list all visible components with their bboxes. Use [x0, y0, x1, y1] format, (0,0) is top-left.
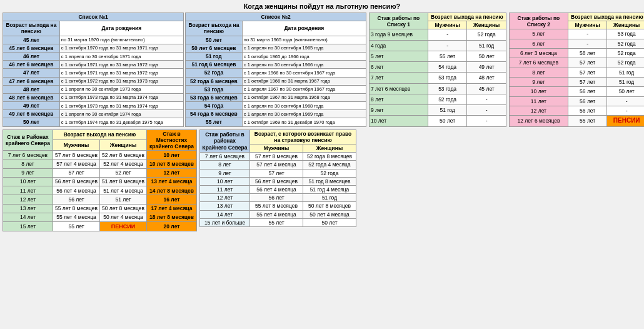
list2-row-vozrast: 53 года 6 месяцев	[186, 93, 243, 101]
list1-row-vozrast: 49 лет	[3, 102, 60, 110]
mid1-stazh-header: Стаж работы по Списку 1	[370, 13, 428, 29]
bot-right-row-women: 51 год	[303, 194, 356, 202]
mid2-row-men: 58 лет	[568, 49, 607, 58]
bot-left-row-women: 51 лет	[100, 195, 147, 204]
bot-right-row-women: 51 год 4 месяца	[303, 185, 356, 193]
bot-left-men-header: Мужчины	[53, 140, 100, 151]
mid2-row-women: 50 лет	[607, 87, 644, 96]
mid2-row-stazh: 6 лет	[510, 39, 568, 48]
bot-left-row-women: 51 лет 4 месяца	[100, 186, 147, 195]
bot-left-row-men: 56 лет 4 месяца	[53, 186, 100, 195]
bot-left-row-orange: 16 лет	[147, 195, 197, 204]
list2-row-data: с 1 октября 1969 по 31 декабря 1970 года	[242, 118, 366, 126]
list1-row-vozrast: 48 лет	[3, 85, 60, 93]
list2-vozrast-header: Возраст выхода на пенсию	[186, 21, 243, 36]
bot-right-row-stazh: 11 лет	[200, 185, 250, 193]
bot-left-row-orange: 13 лет 4 месяца	[147, 177, 197, 186]
list2-row-vozrast: 50 лет 6 месяцев	[186, 44, 243, 52]
list1-row-data: с 1 октября 1973 года по 31 марта 1974 г…	[59, 102, 183, 110]
bot-left-row-stazh: 7 лет 6 месяцев	[3, 151, 53, 159]
mid1-women-header: Женщины	[467, 21, 506, 29]
mid2-stazh-header: Стаж работы по Списку 2	[510, 13, 568, 29]
logo-cell: ПЕНСИИ	[607, 116, 644, 126]
bot-left-row-orange: 14 лет 8 месяцев	[147, 186, 197, 195]
list1-header: Список №1	[3, 13, 184, 21]
bot-right-stazh-header: Стаж работы в районах Крайнего Севера	[200, 129, 250, 153]
bot-left-row-men: 56 лет 8 месяцев	[53, 177, 100, 186]
list1-row-data: с 1 апреля по 30 сентября 1971 года	[59, 52, 183, 60]
mid1-row-women: 50 лет	[467, 51, 506, 61]
mid1-row-men: 55 лет	[428, 51, 467, 61]
mid2-row-women: 52 года	[607, 58, 644, 68]
list2-row-vozrast: 53 года	[186, 85, 243, 93]
bot-left-row-women: 50 лет 8 месяцев	[100, 204, 147, 213]
mid1-row-men: 51 год	[428, 105, 467, 116]
bot-left-row-men: 55 лет	[53, 222, 100, 231]
list2-row-data: с 1 октября 1965 до 1966 года	[242, 52, 366, 60]
mid2-vozrast-header: Возраст выхода на пенсию	[568, 13, 644, 21]
mid-table2: Стаж работы по Списку 2 Возраст выхода н…	[509, 13, 644, 127]
bot-right-row-women: 50 лет	[303, 218, 356, 226]
bot-right-row-men: 55 лет 8 месяцев	[250, 202, 303, 210]
bot-right-row-stazh: 9 лет	[200, 169, 250, 177]
mid1-row-men: -	[428, 29, 467, 40]
mid2-row-men: 55 лет	[568, 116, 607, 126]
bot-left-row-orange: 10 лет	[147, 151, 197, 159]
list2-row-data: с 1 апреля по 30 сентября 1966 года	[242, 61, 366, 69]
bot-left-row-men: 55 лет 4 месяца	[53, 213, 100, 221]
bot-left-row-stazh: 10 лет	[3, 177, 53, 186]
mid1-row-men: -	[428, 40, 467, 51]
bot-right-row-women: 50 лет 4 месяца	[303, 210, 356, 218]
bot-left-row-stazh: 13 лет	[3, 204, 53, 213]
mid1-vozrast-header: Возраст выхода на пенсию	[428, 13, 506, 21]
mid1-row-men: 54 года	[428, 62, 467, 73]
list2-row-vozrast: 51 год 6 месяцев	[186, 61, 243, 69]
list1-table: Список №1 Возраст выхода на пенсию Дата …	[3, 13, 184, 127]
list1-row-vozrast: 47 лет 6 месяцев	[3, 77, 60, 85]
list1-data-header: Дата рождения	[59, 21, 183, 36]
bot-left-row-orange: 18 лет 8 месяцев	[147, 213, 197, 221]
list1-row-data: с 1 октября 1970 года по 31 марта 1971 г…	[59, 44, 183, 52]
mid1-row-men: 52 года	[428, 94, 467, 104]
page-title: Когда женщины пойдут на льготную пенсию?	[3, 3, 641, 10]
mid2-row-stazh: 12 лет	[510, 106, 568, 115]
bot-left-row-stazh: 15 лет	[3, 222, 53, 231]
bot-right-row-stazh: 14 лет	[200, 210, 250, 218]
list2-row-data: с 1 апреля по 30 сентября 1969 года	[242, 110, 366, 118]
bot-left-row-men: 57 лет 4 месяца	[53, 159, 100, 168]
bot-right-row-women: 50 лет 8 месяцев	[303, 202, 356, 210]
logo-cell2: ПЕНСИИ	[100, 222, 147, 231]
list2-data-header: Дата рождения	[242, 21, 366, 36]
bot-right-vozrast-header: Возраст, с которого возникает право на с…	[250, 129, 356, 144]
bot-left-row-women: 50 лет 4 месяца	[100, 213, 147, 221]
mid2-row-stazh: 7 лет 6 месяцев	[510, 58, 568, 68]
mid2-row-women: 51 год	[607, 77, 644, 86]
mid1-row-stazh: 9 лет	[370, 105, 428, 116]
list2-row-data: с 1 апреля по 30 сентября 1968 года	[242, 102, 366, 110]
list1-row-vozrast: 46 лет	[3, 52, 60, 60]
bot-left-row-women: 52 лет 4 месяца	[100, 159, 147, 168]
bot-right-men-header: Мужчины	[250, 144, 303, 153]
list1-row-data: с 1 октября 1974 года по 31 декабря 1975…	[59, 118, 183, 126]
bot-right-row-men: 57 лет 4 месяца	[250, 161, 303, 169]
mid2-row-men: 57 лет	[568, 58, 607, 68]
list1-row-data: с 1 октября 1972 года по 31 марта 1973 г…	[59, 77, 183, 85]
bot-right-row-women: 51 год 8 месяцев	[303, 177, 356, 185]
bot-right-row-stazh: 13 лет	[200, 202, 250, 210]
mid2-row-women: 53 года	[607, 29, 644, 39]
mid1-row-stazh: 7 лет 6 месяцев	[370, 83, 428, 94]
bot-left-row-orange: 17 лет 4 месяца	[147, 204, 197, 213]
bot-right-row-men: 57 лет 8 месяцев	[250, 153, 303, 161]
list2-row-vozrast: 55 лет	[186, 118, 243, 126]
bot-left-vozrast-header: Возраст выхода на пенсию	[53, 129, 147, 140]
mid1-row-women: 49 лет	[467, 62, 506, 73]
mid1-row-stazh: 8 лет	[370, 94, 428, 104]
bot-left-row-stazh: 9 лет	[3, 168, 53, 177]
list2-row-vozrast: 51 год	[186, 52, 243, 60]
list2-row-vozrast: 52 года 6 месяцев	[186, 77, 243, 85]
mid1-row-women: -	[467, 116, 506, 126]
list2-header: Список №2	[186, 13, 366, 21]
list1-row-vozrast: 50 лет	[3, 118, 60, 126]
list2-row-vozrast: 54 года 6 месяцев	[186, 110, 243, 118]
mid2-row-men: 57 лет	[568, 68, 607, 77]
